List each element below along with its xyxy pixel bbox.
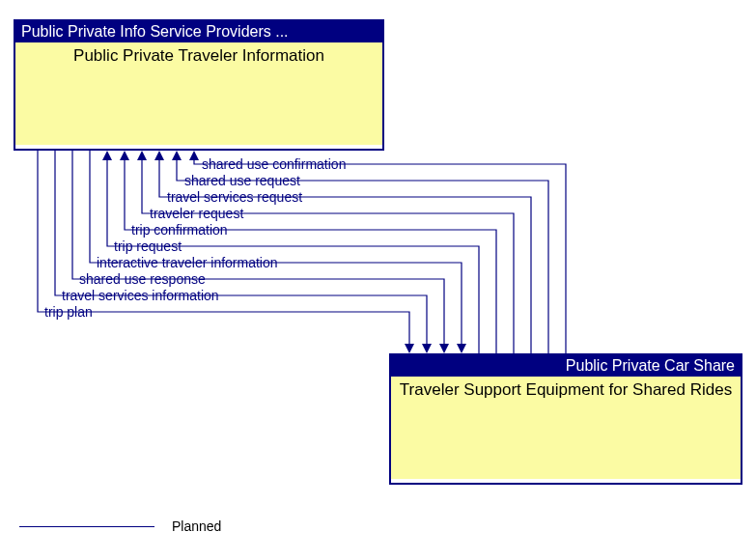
svg-marker-0 <box>189 151 199 160</box>
flow-label: trip request <box>114 239 182 253</box>
flow-label: shared use request <box>184 174 300 187</box>
flow-label: traveler request <box>150 207 243 220</box>
svg-marker-5 <box>102 151 112 160</box>
flow-label: travel services request <box>167 190 302 204</box>
flow-label: shared use confirmation <box>202 157 346 171</box>
svg-marker-4 <box>120 151 129 160</box>
svg-marker-3 <box>137 151 147 160</box>
node-public-private-traveler-information[interactable]: Public Private Info Service Providers ..… <box>14 19 384 151</box>
svg-marker-7 <box>439 344 449 353</box>
flow-label: trip plan <box>44 305 93 319</box>
svg-marker-8 <box>422 344 432 353</box>
svg-marker-9 <box>405 344 414 353</box>
node-bottom-header: Public Private Car Share <box>391 355 741 377</box>
node-top-body: Public Private Traveler Information <box>15 42 382 145</box>
flow-label: shared use response <box>79 272 206 286</box>
node-traveler-support-equipment[interactable]: Public Private Car Share Traveler Suppor… <box>389 353 742 485</box>
svg-marker-6 <box>457 344 466 353</box>
svg-marker-1 <box>172 151 182 160</box>
flow-label: trip confirmation <box>131 223 228 237</box>
svg-marker-2 <box>154 151 164 160</box>
legend-label-planned: Planned <box>172 518 221 534</box>
flow-label: interactive traveler information <box>97 256 278 269</box>
flow-label: travel services information <box>62 289 219 302</box>
node-top-header: Public Private Info Service Providers ..… <box>15 21 382 42</box>
node-bottom-body: Traveler Support Equipment for Shared Ri… <box>391 377 741 479</box>
legend-line-planned <box>19 526 154 527</box>
